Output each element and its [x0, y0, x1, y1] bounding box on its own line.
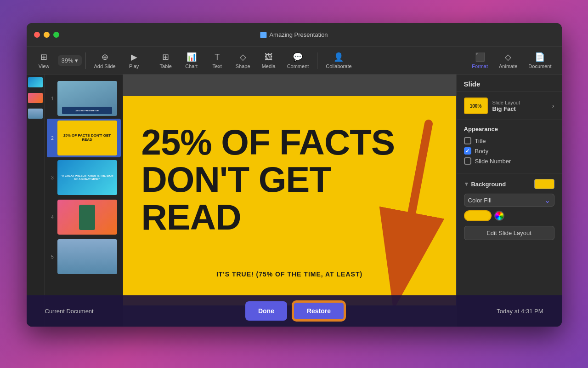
slide-canvas: 25% OF FACTS DON'T GET READ IT'S TRUE! (… — [123, 96, 456, 305]
slide-thumbnail-4 — [57, 200, 117, 235]
slide-thumbnail-3: "A GREAT PRESENTATION IS THE SIGN OF A G… — [57, 160, 117, 195]
thumb3-text: "A GREAT PRESENTATION IS THE SIGN OF A G… — [59, 174, 115, 181]
collaborate-button[interactable]: 👤 Collaborate — [321, 49, 356, 72]
slide-main-text: 25% OF FACTS DON'T GET READ — [141, 124, 401, 237]
background-section: ▼ Background Color Fill ⌄ Edit Slide Lay… — [457, 173, 562, 246]
toolbar-right: ⬛ Format ◇ Animate 📄 Document — [467, 49, 556, 72]
appearance-section: Appearance Title Body Slide Number — [457, 120, 562, 173]
title-row: Title — [464, 137, 554, 144]
titlebar: Amazing Presentation — [27, 23, 562, 47]
done-button[interactable]: Done — [245, 301, 287, 321]
text-icon: T — [215, 52, 220, 62]
zoom-value: 39% — [62, 57, 74, 64]
layout-label: Slide Layout — [492, 100, 548, 105]
timestamp-label: Today at 4:31 PM — [497, 308, 543, 315]
layout-section: 100% Slide Layout Big Fact › — [457, 92, 562, 120]
bottom-bar: Current Document Done Restore Today at 4… — [27, 295, 562, 327]
text-button[interactable]: T Text — [205, 50, 229, 72]
thumb3-inner: "A GREAT PRESENTATION IS THE SIGN OF A G… — [57, 160, 117, 195]
shape-button[interactable]: ◇ Shape — [231, 49, 255, 72]
zoom-chevron-icon: ▾ — [75, 57, 78, 64]
slide-thumb-3[interactable]: 3 "A GREAT PRESENTATION IS THE SIGN OF A… — [47, 158, 121, 197]
media-button[interactable]: 🖼 Media — [257, 50, 281, 72]
format-icon: ⬛ — [475, 52, 485, 62]
close-button[interactable] — [34, 32, 40, 38]
slide-number-checkbox[interactable] — [464, 157, 471, 165]
svg-line-1 — [396, 124, 429, 294]
slide-thumb-2[interactable]: 2 25% OF FACTS DON'T GET READ — [47, 119, 121, 157]
maximize-button[interactable] — [53, 32, 59, 38]
fill-dropdown[interactable]: Color Fill ⌄ — [464, 194, 554, 207]
slide-thumbnail-2: 25% OF FACTS DON'T GET READ — [57, 121, 117, 155]
layout-card[interactable]: 100% Slide Layout Big Fact › — [464, 98, 554, 114]
layout-expand-icon: › — [552, 102, 554, 109]
slide-panel: 1 AMAZING PRESENTATION 2 25% OF — [45, 75, 123, 327]
comment-button[interactable]: 💬 Comment — [283, 49, 314, 72]
document-button[interactable]: 📄 Document — [524, 49, 556, 72]
slide-sub-text: IT'S TRUE! (75% OF THE TIME, AT LEAST) — [123, 270, 456, 278]
layout-info: Slide Layout Big Fact — [492, 100, 548, 112]
fill-dropdown-arrow-icon: ⌄ — [544, 196, 550, 205]
play-icon: ▶ — [131, 52, 137, 62]
window-title: Amazing Presentation — [260, 31, 328, 38]
bg-color-swatch[interactable] — [534, 179, 554, 189]
slide-thumbnail-5 — [57, 239, 117, 274]
slide-number-row: Slide Number — [464, 157, 554, 165]
appearance-title: Appearance — [464, 126, 554, 132]
thumb4-figure — [79, 205, 95, 230]
view-button[interactable]: ⊞ View — [32, 49, 56, 72]
bottom-buttons: Done Restore — [245, 301, 345, 321]
fill-type-label: Color Fill — [468, 197, 492, 204]
secondary-thumb-4 — [28, 93, 43, 103]
animate-icon: ◇ — [505, 52, 511, 62]
shape-icon: ◇ — [240, 52, 246, 62]
slide-num-1: 1 — [51, 96, 55, 101]
document-icon-toolbar: 📄 — [535, 52, 545, 62]
secondary-thumb-5 — [28, 109, 43, 119]
title-checkbox[interactable] — [464, 137, 471, 144]
canvas-area[interactable]: 25% OF FACTS DON'T GET READ IT'S TRUE! (… — [123, 75, 456, 327]
body-checkbox[interactable] — [464, 147, 471, 155]
media-icon: 🖼 — [265, 52, 273, 62]
thumb4-bg — [57, 200, 117, 235]
table-button[interactable]: ⊞ Table — [154, 49, 178, 72]
table-icon: ⊞ — [162, 52, 169, 62]
edit-layout-button[interactable]: Edit Slide Layout — [464, 226, 554, 240]
toolbar-separator-2 — [150, 52, 150, 69]
layout-name: Big Fact — [492, 105, 548, 112]
slide-number-label: Slide Number — [475, 158, 511, 165]
traffic-lights — [34, 32, 59, 38]
thumb1-bar: AMAZING PRESENTATION — [62, 107, 113, 114]
document-icon — [260, 32, 266, 38]
right-panel: Slide 100% Slide Layout Big Fact › — [456, 75, 562, 327]
thumb5-bg — [57, 239, 117, 274]
add-slide-button[interactable]: ⊕ Add Slide — [90, 49, 120, 72]
secondary-thumb-3 — [28, 77, 43, 87]
current-document-label: Current Document — [45, 308, 94, 315]
bg-label: Background — [471, 181, 506, 188]
title-label: Title — [475, 138, 486, 144]
toolbar-separator-1 — [85, 52, 86, 69]
restore-button[interactable]: Restore — [293, 301, 345, 321]
bg-title-row: ▼ Background — [464, 181, 506, 188]
slide-num-4: 4 — [51, 215, 55, 220]
zoom-button[interactable]: 39% ▾ — [58, 55, 82, 66]
format-button[interactable]: ⬛ Format — [467, 49, 492, 72]
color-wheel-icon[interactable] — [494, 211, 504, 221]
slide-thumb-1[interactable]: 1 AMAZING PRESENTATION — [47, 79, 121, 118]
bg-header: ▼ Background — [464, 179, 554, 189]
color-pill[interactable] — [464, 210, 492, 221]
play-button[interactable]: ▶ Play — [122, 49, 146, 72]
slide-thumb-4[interactable]: 4 — [47, 198, 121, 236]
layout-percent: 100% — [470, 104, 482, 109]
slide-thumb-5[interactable]: 5 — [47, 237, 121, 276]
main-window: Amazing Presentation ⊞ View 39% ▾ ⊕ Add … — [27, 23, 562, 327]
color-row — [464, 210, 554, 221]
chart-button[interactable]: 📊 Chart — [180, 49, 204, 72]
minimize-button[interactable] — [44, 32, 50, 38]
thumb2-text: 25% OF FACTS DON'T GET READ — [57, 132, 117, 144]
bg-chevron-icon: ▼ — [464, 181, 469, 187]
chart-icon: 📊 — [187, 52, 197, 62]
slide-thumbnail-1: AMAZING PRESENTATION — [57, 81, 117, 116]
animate-button[interactable]: ◇ Animate — [494, 49, 522, 72]
